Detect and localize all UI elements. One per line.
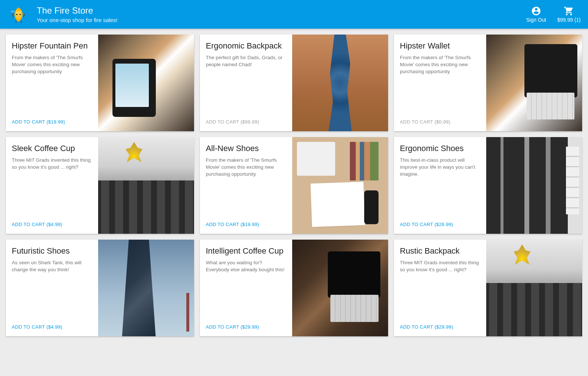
fire-logo-icon <box>8 4 29 25</box>
product-image <box>98 240 194 336</box>
product-image <box>486 35 582 131</box>
add-to-cart-button[interactable]: ADD TO CART ($29.99) <box>206 324 286 330</box>
product-title: Futuristic Shoes <box>12 246 92 256</box>
product-card: Sleek Coffee CupThree MIT Grads invented… <box>6 137 194 234</box>
svg-point-0 <box>16 14 18 15</box>
product-description: What are you waiting for? Everybody else… <box>206 259 286 324</box>
product-content: Ergonomic ShoesThis best-in-class produc… <box>394 137 486 234</box>
product-grid: Hipster Fountain PenFrom the makers of '… <box>0 29 588 342</box>
brand-subtitle: Your one-stop shop for fire sales! <box>37 17 526 23</box>
product-description: Three MIT Grads invented this thing so y… <box>400 259 480 324</box>
add-to-cart-button[interactable]: ADD TO CART ($26.99) <box>400 222 480 227</box>
product-title: Sleek Coffee Cup <box>12 144 92 153</box>
svg-rect-4 <box>21 21 22 23</box>
product-title: Rustic Backpack <box>400 246 480 256</box>
product-card: Futuristic ShoesAs seen on Shark Tank, t… <box>6 240 194 336</box>
product-content: Ergonomic BackpackThe perfect gift for D… <box>200 35 292 131</box>
cart-button[interactable]: $99.99 (1) <box>557 6 581 23</box>
add-to-cart-button[interactable]: ADD TO CART ($4.99) <box>12 324 92 330</box>
product-content: Futuristic ShoesAs seen on Shark Tank, t… <box>6 240 98 336</box>
product-content: Sleek Coffee CupThree MIT Grads invented… <box>6 137 98 234</box>
product-image <box>486 240 582 336</box>
product-image <box>292 240 388 336</box>
add-to-cart-button[interactable]: ADD TO CART ($29.99) <box>400 324 480 330</box>
product-description: The perfect gift for Dads, Grads, or peo… <box>206 54 286 119</box>
svg-rect-3 <box>15 21 17 23</box>
product-title: Ergonomic Shoes <box>400 144 480 153</box>
add-to-cart-button[interactable]: ADD TO CART ($19.99) <box>12 119 92 125</box>
product-card: Intelligent Coffee CupWhat are you waiti… <box>200 240 388 336</box>
product-image <box>98 137 194 234</box>
product-title: Intelligent Coffee Cup <box>206 246 286 256</box>
product-content: All-New ShoesFrom the makers of 'The Smu… <box>200 137 292 234</box>
product-title: All-New Shoes <box>206 144 286 153</box>
brand-logo <box>7 3 29 25</box>
product-description: Three MIT Grads invented this thing so y… <box>12 157 92 222</box>
account-icon <box>531 6 541 16</box>
product-description: From the makers of 'The Smurfs Movie' co… <box>206 157 286 222</box>
product-description: From the makers of 'The Smurfs Movie' co… <box>400 54 480 119</box>
add-to-cart-button[interactable]: ADD TO CART ($4.99) <box>12 222 92 227</box>
cart-label: $99.99 (1) <box>557 17 581 23</box>
product-description: This best-in-class product will improve … <box>400 157 480 222</box>
product-card: Hipster WalletFrom the makers of 'The Sm… <box>394 35 582 131</box>
product-title: Ergonomic Backpack <box>206 41 286 51</box>
app-header: The Fire Store Your one-stop shop for fi… <box>0 0 588 29</box>
svg-point-2 <box>18 16 19 17</box>
cart-icon <box>564 6 574 16</box>
product-title: Hipster Wallet <box>400 41 480 51</box>
product-image <box>98 35 194 131</box>
product-image <box>292 35 388 131</box>
product-description: As seen on Shark Tank, this will change … <box>12 259 92 324</box>
header-actions: Sign Out $99.99 (1) <box>526 6 581 23</box>
product-content: Hipster WalletFrom the makers of 'The Sm… <box>394 35 486 131</box>
product-card: Rustic BackpackThree MIT Grads invented … <box>394 240 582 336</box>
product-card: Ergonomic BackpackThe perfect gift for D… <box>200 35 388 131</box>
product-content: Intelligent Coffee CupWhat are you waiti… <box>200 240 292 336</box>
svg-rect-5 <box>12 13 14 17</box>
brand-text: The Fire Store Your one-stop shop for fi… <box>37 6 526 23</box>
brand-title: The Fire Store <box>37 6 526 16</box>
add-to-cart-button[interactable]: ADD TO CART ($19.99) <box>206 222 286 227</box>
product-image <box>486 137 582 234</box>
product-content: Rustic BackpackThree MIT Grads invented … <box>394 240 486 336</box>
product-card: All-New ShoesFrom the makers of 'The Smu… <box>200 137 388 234</box>
svg-rect-6 <box>23 13 25 17</box>
product-content: Hipster Fountain PenFrom the makers of '… <box>6 35 98 131</box>
svg-point-7 <box>11 10 14 12</box>
sign-out-button[interactable]: Sign Out <box>526 6 546 23</box>
product-image <box>292 137 388 234</box>
sign-out-label: Sign Out <box>526 17 546 23</box>
product-card: Ergonomic ShoesThis best-in-class produc… <box>394 137 582 234</box>
product-title: Hipster Fountain Pen <box>12 41 92 51</box>
product-description: From the makers of 'The Smurfs Movie' co… <box>12 54 92 119</box>
add-to-cart-button: ADD TO CART ($99.99) <box>206 119 286 125</box>
add-to-cart-button: ADD TO CART ($0.99) <box>400 119 480 125</box>
svg-point-1 <box>19 14 21 15</box>
product-card: Hipster Fountain PenFrom the makers of '… <box>6 35 194 131</box>
